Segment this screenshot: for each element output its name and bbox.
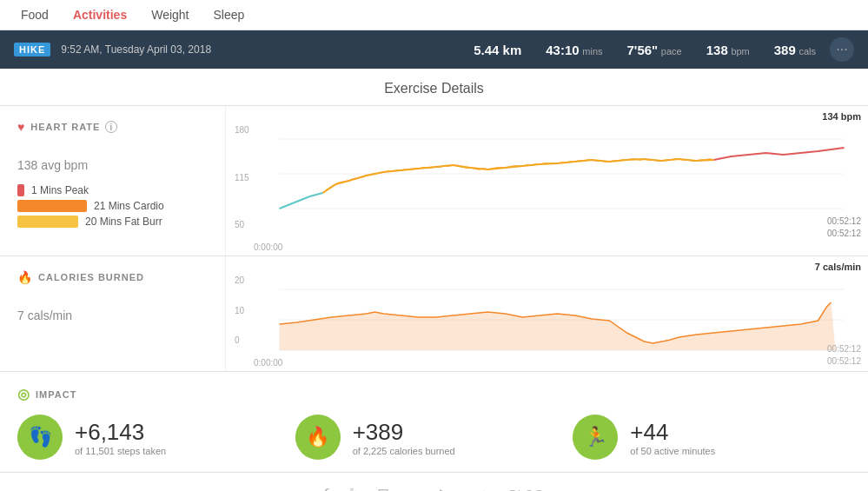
calories-section-title: 🔥 CALORIES BURNED — [17, 270, 208, 284]
hr-chart-time-left: 0:00:00 — [254, 242, 282, 252]
nav-sleep[interactable]: Sleep — [202, 0, 257, 30]
heart-icon: ♥ — [17, 120, 25, 134]
nav-weight[interactable]: Weight — [139, 0, 201, 30]
cals-burned-value: +389 — [353, 419, 455, 446]
stat-heart-rate: 138 bpm — [706, 43, 750, 57]
header-stats: 5.44 km 43:10 mins 7'56" pace 138 bpm 38… — [474, 43, 816, 57]
cal-chart-time-right: 00:52:12 00:52:12 — [827, 343, 861, 368]
zone-cardio: 21 Mins Cardio — [17, 200, 208, 212]
blog-link[interactable]: BLOG — [509, 488, 544, 491]
twitter-icon[interactable]: 𝕥 — [349, 485, 356, 491]
activity-datetime: 9:52 AM, Tuesday April 03, 2018 — [61, 43, 474, 56]
nav-bar: Food Activities Weight Sleep — [0, 0, 868, 30]
stat-pace: 7'56" pace — [627, 43, 682, 57]
calories-icon-wrap: 🔥 — [295, 415, 341, 460]
heart-rate-panel: ♥ HEART RATE i 138avg bpm 1 Mins Peak 21… — [0, 106, 868, 256]
calories-chart-area: 7 cals/min 20 10 0 00:52:12 00:52:12 0:0… — [226, 256, 868, 371]
hr-y-label-50: 50 — [235, 220, 249, 229]
active-icon: 🏃 — [584, 426, 607, 448]
zone-fatburn-bar — [17, 216, 78, 228]
nav-food[interactable]: Food — [9, 0, 61, 30]
hr-y-label-115: 115 — [235, 173, 249, 182]
calories-chart — [254, 281, 868, 359]
calories-icon: 🔥 — [306, 426, 329, 448]
cal-y-label-10: 10 — [235, 306, 244, 315]
impact-calories: 🔥 +389 of 2,225 calories burned — [295, 415, 573, 460]
flame-icon: 🔥 — [17, 270, 33, 284]
zone-peak: 1 Mins Peak — [17, 184, 208, 196]
calories-left: 🔥 CALORIES BURNED 7cals/min — [0, 256, 226, 371]
steps-desc: of 11,501 steps taken — [75, 446, 166, 456]
stat-time: 43:10 mins — [546, 43, 602, 57]
active-desc: of 50 active minutes — [630, 446, 715, 456]
cals-burned-text: +389 of 2,225 calories burned — [353, 419, 455, 456]
cal-chart-current-value: 7 cals/min — [815, 262, 861, 272]
heart-rate-zones: 1 Mins Peak 21 Mins Cardio 20 Mins Fat B… — [17, 184, 208, 228]
instagram-icon[interactable]: ⊡ — [377, 485, 389, 491]
exercise-details-title: Exercise Details — [0, 69, 868, 106]
steps-text: +6,143 of 11,501 steps taken — [75, 419, 166, 456]
activity-type-badge: HIKE — [14, 43, 50, 56]
heart-rate-section-title: ♥ HEART RATE i — [17, 120, 208, 134]
cal-chart-time-left: 0:00:00 — [254, 358, 282, 368]
nav-activities[interactable]: Activities — [61, 0, 139, 30]
cals-burned-desc: of 2,225 calories burned — [353, 446, 455, 456]
zone-cardio-bar — [17, 200, 87, 212]
activity-header: HIKE 9:52 AM, Tuesday April 03, 2018 5.4… — [0, 30, 868, 69]
zone-fatburn: 20 Mins Fat Burr — [17, 216, 208, 228]
impact-panel: ◎ IMPACT 👣 +6,143 of 11,501 steps taken … — [0, 372, 868, 473]
target-icon: ◎ — [17, 386, 30, 402]
impact-section-title: ◎ IMPACT — [17, 386, 851, 402]
cal-y-label-0: 0 — [235, 335, 244, 345]
steps-icon: 👣 — [29, 426, 52, 448]
heart-rate-avg: 138avg bpm — [17, 141, 208, 177]
hr-chart-time-right: 00:52:12 00:52:12 — [827, 216, 861, 240]
steps-icon-wrap: 👣 — [17, 415, 63, 460]
more-options-button[interactable]: ··· — [830, 37, 854, 62]
cal-y-label-20: 20 — [235, 275, 244, 285]
youtube-icon[interactable]: ▶ — [440, 485, 451, 491]
heart-rate-info-icon[interactable]: i — [105, 121, 117, 133]
hr-chart-current-value: 134 bpm — [822, 111, 861, 122]
heart-rate-chart-area: 134 bpm 180 115 50 00:52:12 00:52:12 0:0… — [226, 106, 868, 255]
active-value: +44 — [630, 419, 715, 446]
facebook-icon[interactable]: f — [324, 486, 329, 492]
hr-y-label-180: 180 — [235, 125, 249, 135]
heart-rate-left: ♥ HEART RATE i 138avg bpm 1 Mins Peak 21… — [0, 106, 226, 255]
active-text: +44 of 50 active minutes — [630, 419, 715, 456]
impact-grid: 👣 +6,143 of 11,501 steps taken 🔥 +389 of… — [17, 415, 851, 460]
stat-calories: 389 cals — [774, 43, 816, 57]
stat-distance: 5.44 km — [474, 43, 521, 57]
pinterest-icon[interactable]: p — [410, 486, 418, 492]
calories-value: 7cals/min — [17, 291, 208, 328]
active-icon-wrap: 🏃 — [573, 415, 618, 460]
zone-peak-bar — [17, 184, 24, 196]
heart-rate-chart — [254, 130, 868, 243]
calories-panel: 🔥 CALORIES BURNED 7cals/min 7 cals/min 2… — [0, 256, 868, 372]
impact-active: 🏃 +44 of 50 active minutes — [573, 415, 851, 460]
steps-value: +6,143 — [75, 419, 166, 446]
footer: f 𝕥 ⊡ p ▶ g+ BLOG — [0, 473, 868, 491]
impact-steps: 👣 +6,143 of 11,501 steps taken — [17, 415, 295, 460]
googleplus-icon[interactable]: g+ — [472, 486, 488, 492]
